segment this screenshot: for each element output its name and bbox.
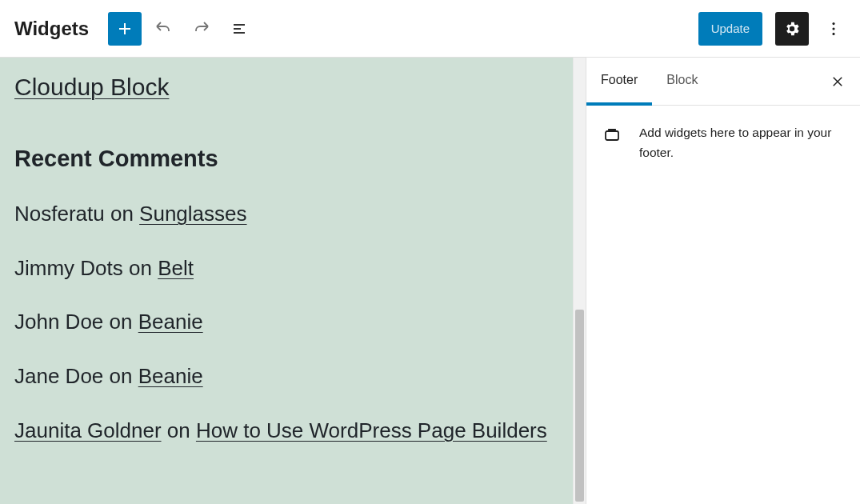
editor-scrollbar[interactable] [573, 58, 586, 504]
undo-button[interactable] [146, 12, 180, 46]
undo-icon [154, 19, 173, 38]
comment-post-link[interactable]: Sunglasses [139, 202, 246, 226]
panel-description: Add widgets here to appear in your foote… [639, 123, 844, 163]
plus-icon [115, 19, 134, 38]
tab-footer[interactable]: Footer [586, 58, 652, 106]
svg-rect-10 [606, 131, 618, 140]
settings-sidebar: Footer Block Add widgets here to appear … [586, 58, 860, 504]
comment-post-link[interactable]: Belt [158, 256, 194, 280]
gear-icon [783, 20, 801, 38]
comment-post-link[interactable]: Beanie [138, 310, 203, 334]
add-block-button[interactable] [108, 12, 142, 46]
page-title: Widgets [10, 18, 95, 40]
close-sidebar-button[interactable] [822, 66, 854, 98]
list-item: Jaunita Goldner on How to Use WordPress … [14, 416, 558, 446]
svg-point-5 [832, 22, 834, 25]
top-toolbar: Widgets Update [0, 0, 860, 58]
scrollbar-thumb[interactable] [575, 310, 584, 502]
list-item: Jane Doe on Beanie [14, 362, 558, 392]
comment-author: Jane Doe [14, 364, 103, 388]
comment-author: John Doe [14, 310, 103, 334]
recent-comments-list: Nosferatu on Sunglasses Jimmy Dots on Be… [14, 199, 558, 446]
close-icon [830, 74, 845, 89]
svg-point-6 [832, 27, 834, 30]
panel-content: Add widgets here to appear in your foote… [586, 106, 860, 181]
comment-author: Jimmy Dots [14, 256, 123, 280]
redo-button[interactable] [185, 12, 218, 46]
widget-area-icon [602, 125, 622, 147]
sidebar-tabs: Footer Block [586, 58, 860, 106]
more-vertical-icon [825, 20, 842, 38]
list-item: Nosferatu on Sunglasses [14, 199, 558, 230]
svg-point-7 [832, 32, 834, 34]
settings-button[interactable] [775, 12, 809, 46]
comment-post-link[interactable]: How to Use WordPress Page Builders [196, 418, 547, 442]
comment-post-link[interactable]: Beanie [138, 364, 203, 388]
update-button[interactable]: Update [698, 12, 762, 46]
block-link-cloudup[interactable]: Cloudup Block [14, 74, 169, 100]
comment-author: Nosferatu [14, 202, 105, 226]
list-view-icon [230, 19, 250, 38]
editor-canvas[interactable]: Cloudup Block Recent Comments Nosferatu … [0, 58, 573, 504]
recent-comments-heading: Recent Comments [14, 146, 558, 172]
list-item: John Doe on Beanie [14, 307, 558, 338]
tab-block[interactable]: Block [652, 58, 712, 106]
list-view-button[interactable] [223, 12, 257, 46]
redo-icon [192, 19, 211, 38]
comment-author-link[interactable]: Jaunita Goldner [14, 418, 162, 442]
options-button[interactable] [817, 12, 850, 46]
list-item: Jimmy Dots on Belt [14, 254, 558, 284]
